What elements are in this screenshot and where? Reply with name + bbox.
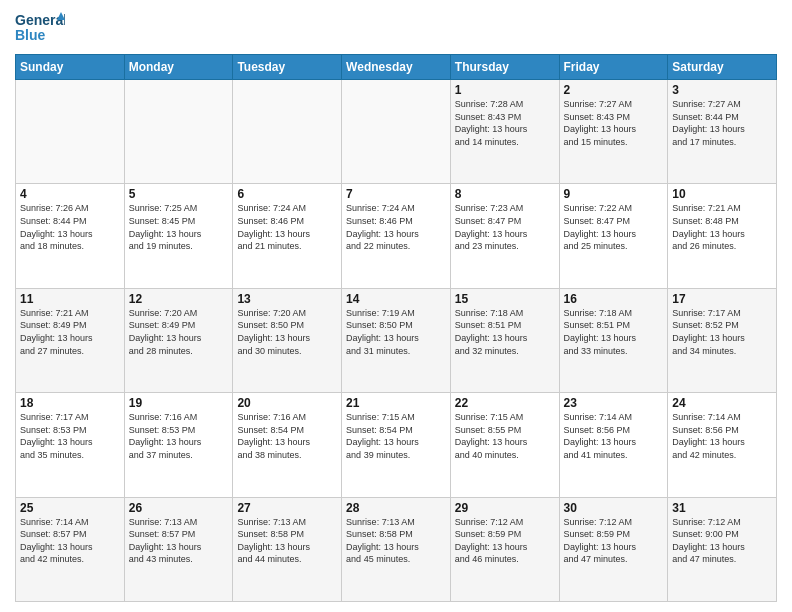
calendar-cell: 8Sunrise: 7:23 AM Sunset: 8:47 PM Daylig… <box>450 184 559 288</box>
calendar-cell: 30Sunrise: 7:12 AM Sunset: 8:59 PM Dayli… <box>559 497 668 601</box>
week-row-4: 18Sunrise: 7:17 AM Sunset: 8:53 PM Dayli… <box>16 393 777 497</box>
day-info: Sunrise: 7:19 AM Sunset: 8:50 PM Dayligh… <box>346 307 446 357</box>
col-header-wednesday: Wednesday <box>342 55 451 80</box>
day-number: 16 <box>564 292 664 306</box>
calendar-header-row: SundayMondayTuesdayWednesdayThursdayFrid… <box>16 55 777 80</box>
day-number: 29 <box>455 501 555 515</box>
calendar-cell <box>124 80 233 184</box>
day-number: 8 <box>455 187 555 201</box>
calendar-cell: 18Sunrise: 7:17 AM Sunset: 8:53 PM Dayli… <box>16 393 125 497</box>
day-info: Sunrise: 7:12 AM Sunset: 9:00 PM Dayligh… <box>672 516 772 566</box>
day-number: 15 <box>455 292 555 306</box>
day-number: 13 <box>237 292 337 306</box>
calendar-cell: 13Sunrise: 7:20 AM Sunset: 8:50 PM Dayli… <box>233 288 342 392</box>
day-number: 17 <box>672 292 772 306</box>
calendar-cell: 27Sunrise: 7:13 AM Sunset: 8:58 PM Dayli… <box>233 497 342 601</box>
day-info: Sunrise: 7:20 AM Sunset: 8:49 PM Dayligh… <box>129 307 229 357</box>
day-number: 2 <box>564 83 664 97</box>
calendar-cell: 1Sunrise: 7:28 AM Sunset: 8:43 PM Daylig… <box>450 80 559 184</box>
calendar-cell: 17Sunrise: 7:17 AM Sunset: 8:52 PM Dayli… <box>668 288 777 392</box>
day-info: Sunrise: 7:22 AM Sunset: 8:47 PM Dayligh… <box>564 202 664 252</box>
calendar-cell: 3Sunrise: 7:27 AM Sunset: 8:44 PM Daylig… <box>668 80 777 184</box>
calendar-cell: 22Sunrise: 7:15 AM Sunset: 8:55 PM Dayli… <box>450 393 559 497</box>
calendar-cell: 20Sunrise: 7:16 AM Sunset: 8:54 PM Dayli… <box>233 393 342 497</box>
day-info: Sunrise: 7:24 AM Sunset: 8:46 PM Dayligh… <box>237 202 337 252</box>
calendar-cell: 24Sunrise: 7:14 AM Sunset: 8:56 PM Dayli… <box>668 393 777 497</box>
day-info: Sunrise: 7:17 AM Sunset: 8:53 PM Dayligh… <box>20 411 120 461</box>
col-header-monday: Monday <box>124 55 233 80</box>
day-info: Sunrise: 7:21 AM Sunset: 8:49 PM Dayligh… <box>20 307 120 357</box>
calendar-cell: 5Sunrise: 7:25 AM Sunset: 8:45 PM Daylig… <box>124 184 233 288</box>
day-number: 7 <box>346 187 446 201</box>
calendar-cell: 7Sunrise: 7:24 AM Sunset: 8:46 PM Daylig… <box>342 184 451 288</box>
day-number: 5 <box>129 187 229 201</box>
page: General Blue SundayMondayTuesdayWednesda… <box>0 0 792 612</box>
header: General Blue <box>15 10 777 48</box>
day-number: 3 <box>672 83 772 97</box>
svg-text:Blue: Blue <box>15 27 46 43</box>
day-info: Sunrise: 7:17 AM Sunset: 8:52 PM Dayligh… <box>672 307 772 357</box>
day-number: 25 <box>20 501 120 515</box>
day-info: Sunrise: 7:20 AM Sunset: 8:50 PM Dayligh… <box>237 307 337 357</box>
calendar-cell: 9Sunrise: 7:22 AM Sunset: 8:47 PM Daylig… <box>559 184 668 288</box>
calendar-cell <box>233 80 342 184</box>
day-info: Sunrise: 7:27 AM Sunset: 8:43 PM Dayligh… <box>564 98 664 148</box>
day-number: 14 <box>346 292 446 306</box>
day-info: Sunrise: 7:27 AM Sunset: 8:44 PM Dayligh… <box>672 98 772 148</box>
calendar-cell: 14Sunrise: 7:19 AM Sunset: 8:50 PM Dayli… <box>342 288 451 392</box>
day-number: 4 <box>20 187 120 201</box>
day-number: 30 <box>564 501 664 515</box>
day-number: 21 <box>346 396 446 410</box>
col-header-thursday: Thursday <box>450 55 559 80</box>
day-info: Sunrise: 7:13 AM Sunset: 8:57 PM Dayligh… <box>129 516 229 566</box>
day-number: 22 <box>455 396 555 410</box>
day-number: 27 <box>237 501 337 515</box>
day-info: Sunrise: 7:12 AM Sunset: 8:59 PM Dayligh… <box>455 516 555 566</box>
day-info: Sunrise: 7:28 AM Sunset: 8:43 PM Dayligh… <box>455 98 555 148</box>
calendar-cell: 29Sunrise: 7:12 AM Sunset: 8:59 PM Dayli… <box>450 497 559 601</box>
calendar-cell: 15Sunrise: 7:18 AM Sunset: 8:51 PM Dayli… <box>450 288 559 392</box>
day-info: Sunrise: 7:16 AM Sunset: 8:53 PM Dayligh… <box>129 411 229 461</box>
day-number: 31 <box>672 501 772 515</box>
col-header-tuesday: Tuesday <box>233 55 342 80</box>
calendar-cell: 4Sunrise: 7:26 AM Sunset: 8:44 PM Daylig… <box>16 184 125 288</box>
week-row-1: 1Sunrise: 7:28 AM Sunset: 8:43 PM Daylig… <box>16 80 777 184</box>
day-number: 10 <box>672 187 772 201</box>
calendar-cell: 31Sunrise: 7:12 AM Sunset: 9:00 PM Dayli… <box>668 497 777 601</box>
day-info: Sunrise: 7:13 AM Sunset: 8:58 PM Dayligh… <box>237 516 337 566</box>
day-number: 1 <box>455 83 555 97</box>
calendar-cell: 12Sunrise: 7:20 AM Sunset: 8:49 PM Dayli… <box>124 288 233 392</box>
week-row-5: 25Sunrise: 7:14 AM Sunset: 8:57 PM Dayli… <box>16 497 777 601</box>
week-row-2: 4Sunrise: 7:26 AM Sunset: 8:44 PM Daylig… <box>16 184 777 288</box>
day-info: Sunrise: 7:16 AM Sunset: 8:54 PM Dayligh… <box>237 411 337 461</box>
calendar-cell: 25Sunrise: 7:14 AM Sunset: 8:57 PM Dayli… <box>16 497 125 601</box>
day-number: 24 <box>672 396 772 410</box>
calendar-table: SundayMondayTuesdayWednesdayThursdayFrid… <box>15 54 777 602</box>
calendar-cell: 26Sunrise: 7:13 AM Sunset: 8:57 PM Dayli… <box>124 497 233 601</box>
calendar-cell: 10Sunrise: 7:21 AM Sunset: 8:48 PM Dayli… <box>668 184 777 288</box>
calendar-cell: 6Sunrise: 7:24 AM Sunset: 8:46 PM Daylig… <box>233 184 342 288</box>
week-row-3: 11Sunrise: 7:21 AM Sunset: 8:49 PM Dayli… <box>16 288 777 392</box>
day-info: Sunrise: 7:15 AM Sunset: 8:55 PM Dayligh… <box>455 411 555 461</box>
day-info: Sunrise: 7:25 AM Sunset: 8:45 PM Dayligh… <box>129 202 229 252</box>
col-header-sunday: Sunday <box>16 55 125 80</box>
day-info: Sunrise: 7:14 AM Sunset: 8:56 PM Dayligh… <box>564 411 664 461</box>
day-number: 26 <box>129 501 229 515</box>
day-number: 6 <box>237 187 337 201</box>
col-header-friday: Friday <box>559 55 668 80</box>
day-info: Sunrise: 7:26 AM Sunset: 8:44 PM Dayligh… <box>20 202 120 252</box>
day-number: 20 <box>237 396 337 410</box>
col-header-saturday: Saturday <box>668 55 777 80</box>
calendar-cell: 19Sunrise: 7:16 AM Sunset: 8:53 PM Dayli… <box>124 393 233 497</box>
day-number: 11 <box>20 292 120 306</box>
day-number: 18 <box>20 396 120 410</box>
day-info: Sunrise: 7:13 AM Sunset: 8:58 PM Dayligh… <box>346 516 446 566</box>
calendar-cell: 16Sunrise: 7:18 AM Sunset: 8:51 PM Dayli… <box>559 288 668 392</box>
day-info: Sunrise: 7:14 AM Sunset: 8:57 PM Dayligh… <box>20 516 120 566</box>
day-info: Sunrise: 7:18 AM Sunset: 8:51 PM Dayligh… <box>564 307 664 357</box>
calendar-cell: 11Sunrise: 7:21 AM Sunset: 8:49 PM Dayli… <box>16 288 125 392</box>
day-info: Sunrise: 7:12 AM Sunset: 8:59 PM Dayligh… <box>564 516 664 566</box>
day-info: Sunrise: 7:15 AM Sunset: 8:54 PM Dayligh… <box>346 411 446 461</box>
day-number: 12 <box>129 292 229 306</box>
calendar-cell <box>16 80 125 184</box>
